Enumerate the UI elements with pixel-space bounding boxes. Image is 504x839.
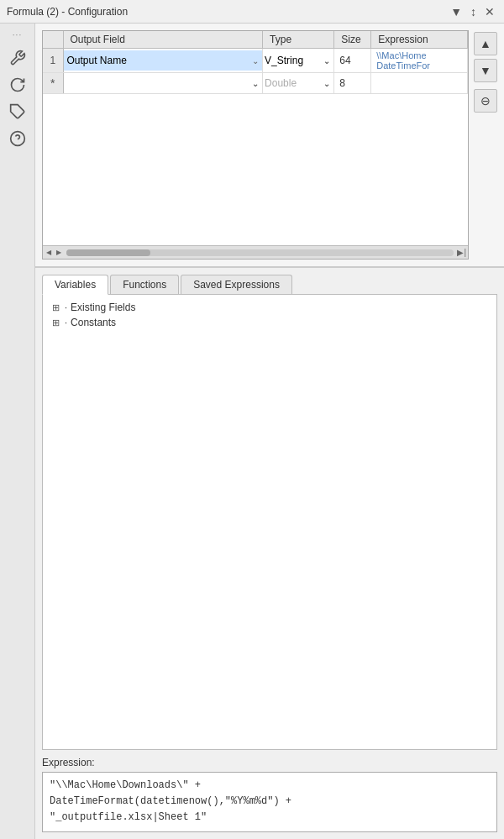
tree-item-existing-fields[interactable]: ⊞ · Existing Fields [48, 300, 491, 315]
output-field-input[interactable] [64, 50, 263, 71]
move-down-button[interactable]: ▼ [474, 59, 497, 82]
float-button[interactable]: ↕ [468, 6, 479, 18]
pin-button[interactable]: ▼ [448, 6, 465, 18]
formula-table: Output Field Type Size Expression 1 [43, 31, 468, 94]
row-number-new: * [43, 73, 63, 94]
table-empty-space [43, 94, 468, 245]
col-size: Size [334, 31, 371, 49]
size-value-1: 64 [334, 53, 370, 68]
type-cell-1[interactable]: V_String Double Int32 Bool Date DateTime… [263, 49, 334, 73]
type-cell-new[interactable]: Double V_String ⌄ [263, 73, 334, 94]
tree-panel: ⊞ · Existing Fields ⊞ · Constants [42, 295, 497, 750]
drag-handle: ··· [13, 30, 22, 39]
left-toolbar: ··· [0, 24, 35, 839]
right-content: Output Field Type Size Expression 1 [35, 24, 504, 839]
circular-arrow-icon[interactable] [6, 73, 29, 97]
scroll-left-btn[interactable]: ◀ [45, 249, 53, 256]
help-icon[interactable] [6, 127, 29, 150]
col-expression: Expression [371, 31, 468, 49]
table-row: 1 V_String [43, 49, 468, 73]
output-field-select-wrapper-new[interactable]: ⌄ [64, 73, 263, 93]
table-right-buttons: ▲ ▼ ⊖ [474, 30, 497, 113]
tree-label-constants: Constants [71, 317, 116, 328]
expression-label: Expression: [42, 757, 497, 768]
expression-cell-1: \\Mac\HomeDateTimeFor [371, 49, 468, 73]
col-num [43, 31, 63, 49]
col-type: Type [263, 31, 334, 49]
size-value-new: 8 [334, 76, 370, 91]
horizontal-scrollbar[interactable]: ◀ ▶ ▶| [43, 245, 468, 259]
expression-value-1: \\Mac\HomeDateTimeFor [371, 49, 467, 72]
type-select-wrapper-new[interactable]: Double V_String ⌄ [263, 73, 333, 93]
scroll-right-btn[interactable]: ▶ [55, 249, 63, 256]
wrench-icon[interactable] [6, 46, 29, 70]
size-cell-new: 8 [334, 73, 371, 94]
output-field-select-wrapper[interactable] [64, 50, 263, 71]
folder-icon-constants: · [65, 317, 67, 328]
expression-section: Expression: "\\Mac\Home\Downloads\" +Dat… [35, 750, 504, 839]
formula-table-wrapper: Output Field Type Size Expression 1 [42, 30, 469, 260]
col-output-field: Output Field [63, 31, 263, 49]
output-field-cell-new[interactable]: ⌄ [63, 73, 263, 94]
type-select-wrapper-1[interactable]: V_String Double Int32 Bool Date DateTime… [263, 50, 333, 71]
main-container: ··· [0, 24, 504, 839]
window-controls: ▼ ↕ ✕ [448, 6, 497, 18]
expression-box[interactable]: "\\Mac\Home\Downloads\" +DateTimeFormat(… [42, 772, 497, 832]
tabs-section: Variables Functions Saved Expressions ⊞ … [35, 268, 504, 750]
delete-row-button[interactable]: ⊖ [474, 89, 497, 113]
expander-existing-fields[interactable]: ⊞ [50, 302, 61, 313]
folder-icon-existing: · [65, 302, 67, 312]
scroll-thumb[interactable] [66, 249, 150, 256]
output-field-cell-1[interactable] [63, 49, 263, 73]
tab-functions[interactable]: Functions [110, 275, 179, 294]
tree-item-constants[interactable]: ⊞ · Constants [48, 315, 491, 330]
formula-section: Output Field Type Size Expression 1 [35, 24, 504, 268]
expression-value-new [371, 81, 467, 85]
size-cell-1: 64 [334, 49, 371, 73]
tag-icon[interactable] [6, 100, 29, 123]
tree-label-existing-fields: Existing Fields [71, 302, 135, 313]
window-title: Formula (2) - Configuration [7, 6, 128, 18]
type-select-new[interactable]: Double V_String [263, 73, 333, 93]
scroll-nav[interactable]: ◀ ▶ [45, 249, 63, 256]
expression-cell-new [371, 73, 468, 94]
tab-saved-expressions[interactable]: Saved Expressions [181, 275, 292, 294]
close-button[interactable]: ✕ [482, 6, 497, 18]
scroll-end-btn[interactable]: ▶| [457, 248, 466, 257]
tabs-bar: Variables Functions Saved Expressions [42, 275, 497, 295]
row-number-1: 1 [43, 49, 63, 73]
expander-constants[interactable]: ⊞ [50, 317, 61, 328]
tab-variables[interactable]: Variables [42, 275, 108, 295]
table-area: Output Field Type Size Expression 1 [42, 30, 497, 260]
output-field-select-new[interactable] [64, 73, 263, 93]
type-select-1[interactable]: V_String Double Int32 Bool Date DateTime [263, 50, 333, 71]
scroll-track[interactable] [66, 249, 454, 256]
move-up-button[interactable]: ▲ [474, 32, 497, 55]
title-bar: Formula (2) - Configuration ▼ ↕ ✕ [0, 0, 504, 24]
table-row: * ⌄ [43, 73, 468, 94]
